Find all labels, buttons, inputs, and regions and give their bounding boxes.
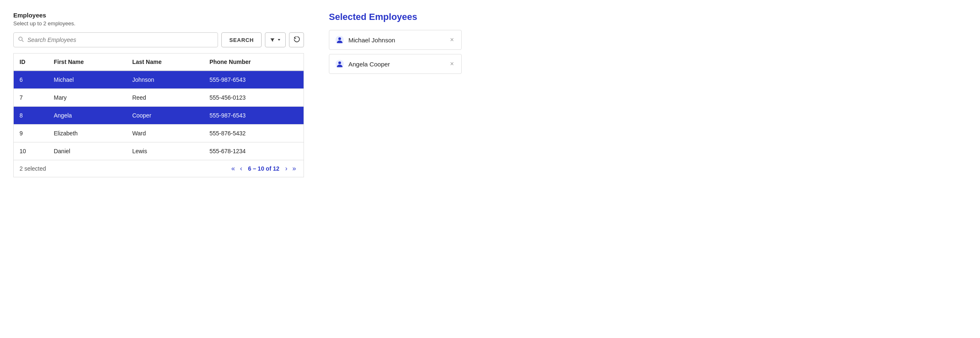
last-page-button[interactable]: » xyxy=(291,164,298,173)
selected-list: Michael Johnson × Angela Cooper × xyxy=(329,30,462,74)
selected-employee-name: Angela Cooper xyxy=(348,61,390,68)
cell-id: 10 xyxy=(14,142,48,160)
left-panel: Employees Select up to 2 employees. SEAR… xyxy=(13,12,304,177)
cell-phone: 555-678-1234 xyxy=(203,142,304,160)
table-body: 6MichaelJohnson555-987-65437MaryReed555-… xyxy=(14,71,304,160)
col-phone: Phone Number xyxy=(203,54,304,71)
selected-item: Angela Cooper × xyxy=(329,54,462,74)
cell-first_name: Michael xyxy=(48,71,126,89)
cell-first_name: Angela xyxy=(48,107,126,125)
search-icon xyxy=(18,36,24,44)
table-row[interactable]: 6MichaelJohnson555-987-6543 xyxy=(14,71,304,89)
search-input-wrap[interactable] xyxy=(13,32,218,47)
svg-line-1 xyxy=(22,40,24,42)
cell-id: 6 xyxy=(14,71,48,89)
main-layout: Employees Select up to 2 employees. SEAR… xyxy=(13,12,967,177)
cell-phone: 555-456-0123 xyxy=(203,89,304,107)
cell-phone: 555-987-6543 xyxy=(203,107,304,125)
table-footer: 2 selected « ‹ 6 – 10 of 12 › » xyxy=(13,160,304,177)
cell-id: 7 xyxy=(14,89,48,107)
selected-item: Michael Johnson × xyxy=(329,30,462,50)
filter-icon xyxy=(270,37,275,43)
table-row[interactable]: 9ElizabethWard555-876-5432 xyxy=(14,125,304,142)
cell-phone: 555-876-5432 xyxy=(203,125,304,142)
search-input[interactable] xyxy=(27,37,213,43)
cell-first_name: Daniel xyxy=(48,142,126,160)
selected-item-left: Michael Johnson xyxy=(335,35,395,44)
col-id: ID xyxy=(14,54,48,71)
cell-first_name: Elizabeth xyxy=(48,125,126,142)
col-first-name: First Name xyxy=(48,54,126,71)
section-title: Employees xyxy=(13,12,304,19)
table-row[interactable]: 10DanielLewis555-678-1234 xyxy=(14,142,304,160)
table-row[interactable]: 8AngelaCooper555-987-6543 xyxy=(14,107,304,125)
filter-button[interactable] xyxy=(265,32,286,47)
section-subtitle: Select up to 2 employees. xyxy=(13,20,304,27)
filter-chevron-icon xyxy=(277,37,281,43)
selected-employees-title: Selected Employees xyxy=(329,12,462,22)
table-header: ID First Name Last Name Phone Number xyxy=(14,54,304,71)
employee-table: ID First Name Last Name Phone Number 6Mi… xyxy=(13,53,304,160)
svg-point-3 xyxy=(338,37,341,40)
pagination: « ‹ 6 – 10 of 12 › » xyxy=(230,164,298,173)
cell-last_name: Lewis xyxy=(126,142,203,160)
search-bar: SEARCH xyxy=(13,32,304,47)
cell-last_name: Cooper xyxy=(126,107,203,125)
refresh-icon xyxy=(293,37,300,43)
refresh-button[interactable] xyxy=(289,32,304,47)
user-avatar-icon xyxy=(335,35,344,44)
remove-employee-button[interactable]: × xyxy=(448,36,456,44)
cell-last_name: Reed xyxy=(126,89,203,107)
prev-page-button[interactable]: ‹ xyxy=(238,164,244,173)
first-page-button[interactable]: « xyxy=(230,164,237,173)
cell-last_name: Johnson xyxy=(126,71,203,89)
cell-id: 9 xyxy=(14,125,48,142)
right-panel: Selected Employees Michael Johnson × xyxy=(329,12,462,78)
table-row[interactable]: 7MaryReed555-456-0123 xyxy=(14,89,304,107)
user-avatar-icon xyxy=(335,59,344,69)
selected-employee-name: Michael Johnson xyxy=(348,37,395,44)
remove-employee-button[interactable]: × xyxy=(448,60,456,68)
cell-phone: 555-987-6543 xyxy=(203,71,304,89)
search-button[interactable]: SEARCH xyxy=(221,32,262,47)
svg-point-5 xyxy=(338,61,341,64)
cell-first_name: Mary xyxy=(48,89,126,107)
selected-item-left: Angela Cooper xyxy=(335,59,390,69)
next-page-button[interactable]: › xyxy=(284,164,289,173)
cell-last_name: Ward xyxy=(126,125,203,142)
col-last-name: Last Name xyxy=(126,54,203,71)
svg-point-0 xyxy=(19,37,22,40)
selected-count: 2 selected xyxy=(20,165,46,172)
page-range: 6 – 10 of 12 xyxy=(248,165,279,172)
cell-id: 8 xyxy=(14,107,48,125)
